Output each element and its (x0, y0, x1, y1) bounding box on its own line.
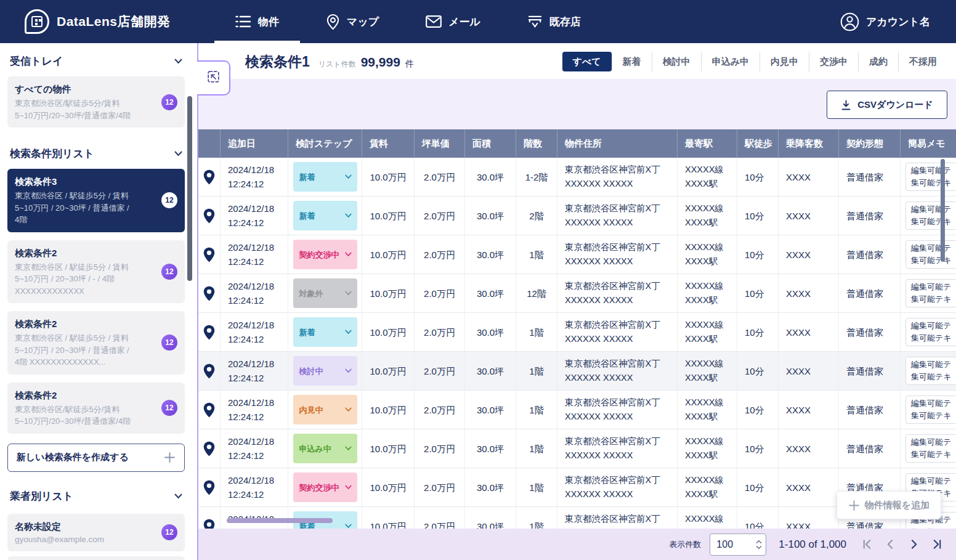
cell-contract-type: 普通借家 (839, 352, 901, 390)
last-page-button[interactable] (928, 535, 946, 554)
memo-textbox[interactable]: 編集可能テ集可能テキ (905, 434, 956, 463)
header-cell[interactable]: 簡易メモ (901, 129, 956, 158)
memo-textbox[interactable]: 編集可能テ集可能テキ (905, 357, 956, 385)
csv-download-button[interactable]: CSVダウンロード (827, 91, 947, 119)
table-horizontal-scrollbar[interactable] (227, 518, 333, 523)
inbox-item-all-properties[interactable]: すべての物件 東京都渋谷区/駅徒歩5分/賃料 5~10万円/20~30坪/普通借… (7, 76, 185, 128)
cell-floor: 1階 (516, 468, 557, 506)
tab-0[interactable]: すべて (562, 52, 612, 71)
next-page-button[interactable] (904, 535, 923, 554)
header-cell[interactable]: 検討ステップ (288, 129, 362, 158)
tab-2[interactable]: 検討中 (652, 52, 701, 71)
cell-nearest-station: XXXXX線XXXX駅 (678, 235, 737, 274)
chevron-down-icon (345, 368, 352, 373)
map-pin-icon[interactable] (203, 441, 215, 457)
first-page-button[interactable] (857, 535, 876, 554)
table-row[interactable]: 2024/12/1812:24:12契約交渉中10.0万円2.0万円30.0坪1… (198, 235, 956, 274)
memo-textbox[interactable]: 編集可能テ集可能テキ (905, 201, 956, 230)
tab-4[interactable]: 内見中 (760, 52, 809, 71)
memo-textbox[interactable]: 編集可能テ集可能テキ (905, 163, 956, 191)
sidebar-scrollbar[interactable] (187, 96, 192, 281)
header-cell[interactable]: 駅徒歩 (737, 129, 779, 158)
tab-1[interactable]: 新着 (612, 52, 652, 71)
nav-item-map-pin[interactable]: マップ (326, 0, 379, 43)
map-pin-icon[interactable] (203, 208, 215, 224)
tab-3[interactable]: 申込み中 (701, 52, 760, 71)
vendor-section-header[interactable]: 業者別リスト (7, 489, 185, 503)
memo-textbox[interactable]: 編集可能テ集可能テキ (905, 396, 956, 424)
status-badge-dropdown[interactable]: 対象外 (293, 278, 357, 308)
cell-rent: 10.0万円 (362, 352, 415, 390)
status-badge-dropdown[interactable]: 契約交渉中 (293, 240, 357, 269)
table-row[interactable]: 2024/12/1812:24:12検討中10.0万円2.0万円30.0坪1階東… (198, 352, 956, 391)
tab-7[interactable]: 不採用 (898, 52, 947, 71)
vendor-item[interactable]: 名称未設定gyousha@example.com12 (7, 514, 185, 551)
nav-item-mail[interactable]: メール (426, 0, 480, 43)
map-pin-icon[interactable] (203, 480, 215, 495)
previous-page-button[interactable] (881, 535, 899, 554)
table-row[interactable]: 2024/12/1812:24:12新着10.0万円2.0万円30.0坪1階東京… (198, 313, 956, 352)
spinner-icon[interactable] (756, 539, 762, 550)
header-cell[interactable]: 物件住所 (557, 129, 678, 158)
memo-textbox[interactable]: 編集可能テ集可能テキ (905, 318, 956, 346)
table-vertical-scrollbar[interactable] (941, 159, 945, 262)
cell-address: 東京都渋谷区神宮前X丁XXXXXX XXXXX (557, 158, 678, 196)
cell-address: 東京都渋谷区神宮前X丁XXXXXX XXXXX (557, 352, 678, 390)
map-pin-icon[interactable] (203, 169, 215, 185)
map-pin-icon[interactable] (203, 363, 215, 379)
header-cell[interactable]: 追加日 (221, 129, 288, 158)
cell-added-date: 2024/12/1812:24:12 (221, 352, 288, 390)
status-badge-dropdown[interactable]: 検討中 (293, 356, 357, 386)
account-menu[interactable]: アカウント名 (840, 0, 930, 43)
header-cell[interactable]: 坪単価 (415, 129, 465, 158)
card-title: 検索条件2 (15, 389, 156, 402)
status-badge-dropdown[interactable]: 内見中 (293, 395, 357, 424)
cell-step: 申込み中 (288, 429, 362, 468)
tab-6[interactable]: 成約 (858, 52, 898, 71)
sidebar-collapse-button[interactable] (197, 60, 230, 95)
search-condition-item[interactable]: 検索条件2東京都渋谷区 / 駅徒歩5分 / 賃料 5~10万円 / 20~30坪… (7, 311, 185, 375)
header-cell[interactable]: 契約形態 (839, 129, 901, 158)
header-cell[interactable]: 乗降客数 (779, 129, 839, 158)
search-condition-item[interactable]: 検索条件2東京都渋谷区 / 駅徒歩5分 / 賃料 5~10万円 / 20~30坪… (7, 240, 185, 304)
map-pin-icon[interactable] (203, 247, 215, 262)
cell-passengers: XXXX (779, 352, 839, 390)
search-section-header[interactable]: 検索条件別リスト (7, 147, 185, 161)
memo-textbox[interactable]: 編集可能テ集可能テキ (905, 240, 956, 269)
table-row[interactable]: 2024/12/1812:24:12内見中10.0万円2.0万円30.0坪1階東… (198, 391, 956, 429)
table-row[interactable]: 2024/12/1812:24:12対象外10.0万円2.0万円30.0坪12階… (198, 274, 956, 313)
map-pin-icon[interactable] (203, 325, 215, 340)
table-row[interactable]: 2024/12/1812:24:12新着10.0万円2.0万円30.0坪1-2階… (198, 158, 956, 197)
memo-textbox[interactable]: 編集可能テ集可能テキ (905, 279, 956, 307)
inbox-section-header[interactable]: 受信トレイ (7, 54, 185, 68)
nav-item-list[interactable]: 物件 (235, 0, 279, 43)
add-property-button[interactable]: 物件情報を追加 (836, 491, 941, 519)
table-body: 2024/12/1812:24:12新着10.0万円2.0万円30.0坪1-2階… (198, 158, 956, 529)
cell-memo: 編集可能テ集可能テキ (901, 235, 956, 274)
vendor-item[interactable]: 名称未設定gyousha@example.com12 (7, 556, 185, 560)
table-row[interactable]: 2024/12/1812:24:12新着10.0万円2.0万円30.0坪2階東京… (198, 197, 956, 235)
status-badge-dropdown[interactable]: 新着 (293, 201, 357, 230)
search-condition-item[interactable]: 検索条件3東京都渋谷区 / 駅徒歩5分 / 賃料 5~10万円 / 20~30坪… (7, 169, 185, 232)
status-badge-dropdown[interactable]: 契約交渉中 (293, 473, 357, 502)
header-cell[interactable]: 面積 (465, 129, 516, 158)
map-pin-icon[interactable] (203, 286, 215, 301)
cell-contract-type: 普通借家 (839, 197, 901, 235)
header-cell[interactable]: 賃料 (362, 129, 415, 158)
status-badge-dropdown[interactable]: 新着 (293, 317, 357, 347)
map-pin-icon[interactable] (203, 519, 215, 529)
nav-item-store[interactable]: 既存店 (527, 0, 581, 43)
list-count-value: 99,999 (361, 55, 400, 70)
search-condition-item[interactable]: 検索条件2東京都渋谷区/駅徒歩5分/賃料 5~10万円/20~30坪/普通借家/… (7, 383, 185, 434)
map-pin-icon[interactable] (203, 402, 215, 418)
header-cell[interactable]: 最寄駅 (678, 129, 737, 158)
cell-walk-minutes: 10分 (737, 391, 779, 429)
create-search-condition-button[interactable]: 新しい検索条件を作成する (7, 444, 185, 472)
status-badge-dropdown[interactable]: 新着 (293, 162, 357, 192)
cell-contract-type: 普通借家 (839, 391, 901, 429)
chevron-down-icon (345, 213, 352, 218)
header-cell[interactable]: 階数 (516, 129, 557, 158)
tab-5[interactable]: 交渉中 (809, 52, 858, 71)
table-row[interactable]: 2024/12/1812:24:12申込み中10.0万円2.0万円30.0坪1階… (198, 429, 956, 468)
status-badge-dropdown[interactable]: 申込み中 (293, 434, 357, 463)
